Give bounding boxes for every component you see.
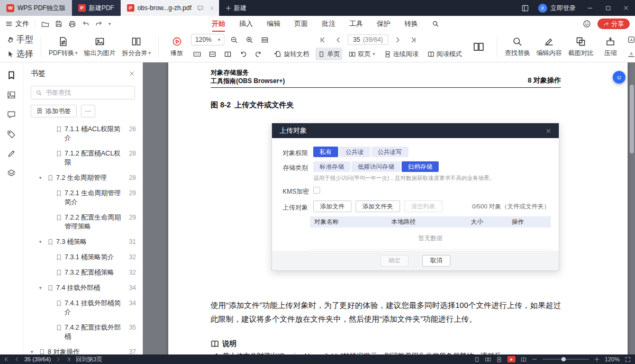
single-page-button[interactable]: 单页: [315, 48, 342, 60]
fullscreen-icon[interactable]: [625, 357, 631, 362]
find-replace-button[interactable]: 查找替换: [502, 33, 533, 61]
bookmark-item[interactable]: 7.3.1 桶策略简介32: [23, 250, 142, 265]
first-page-button[interactable]: [317, 34, 329, 46]
rotate-left-button[interactable]: [237, 48, 249, 60]
edit-content-button[interactable]: 编辑内容: [534, 33, 565, 61]
share-button[interactable]: 分享: [597, 19, 630, 29]
reader-layout-button[interactable]: [466, 33, 492, 61]
file-menu-button[interactable]: 文件: [5, 19, 29, 29]
collapse-caret-icon[interactable]: ▾: [31, 348, 37, 354]
print-icon[interactable]: [68, 20, 76, 28]
comments-panel-icon[interactable]: [7, 110, 16, 119]
floating-assistant-button[interactable]: [613, 71, 625, 84]
single-page-view-icon[interactable]: [474, 357, 480, 362]
status-page-number[interactable]: 35 (39/64): [24, 356, 51, 362]
open-folder-icon[interactable]: [41, 20, 49, 28]
chevron-down-icon[interactable]: ▾: [108, 22, 111, 26]
new-tab-button[interactable]: 新建: [219, 4, 253, 13]
actual-size-button[interactable]: 1:1: [191, 48, 203, 60]
ribbon-search-icon[interactable]: [432, 16, 439, 32]
presentation-play-button[interactable]: [507, 356, 515, 362]
next-page-button[interactable]: [56, 357, 61, 362]
collapse-caret-icon[interactable]: ▾: [39, 284, 45, 293]
tab-active-document[interactable]: P obs-brow...g-zh.pdf: [121, 0, 219, 16]
close-window-button[interactable]: [617, 0, 635, 16]
hand-tool-button[interactable]: 手型: [4, 33, 36, 46]
bookmark-item[interactable]: 7.2.1 生命周期管理简介29: [23, 186, 142, 210]
full-translate-button[interactable]: A 全文翻译: [625, 33, 635, 46]
double-page-button[interactable]: 双页 ▾: [346, 48, 378, 60]
save-icon[interactable]: [55, 20, 62, 28]
close-tab-icon[interactable]: [209, 5, 215, 11]
next-page-button[interactable]: [392, 34, 404, 46]
tab-wps-home[interactable]: W WPS PDF独立版: [0, 0, 72, 16]
close-panel-icon[interactable]: [129, 70, 135, 77]
signature-panel-icon[interactable]: [7, 149, 16, 158]
redo-icon[interactable]: [95, 20, 103, 28]
pdf-convert-button[interactable]: PDF转换▾: [46, 33, 80, 61]
tab-insert[interactable]: 插入: [239, 16, 253, 32]
add-bookmark-button[interactable]: 添加书签: [31, 105, 77, 117]
continuous-view-icon[interactable]: [496, 357, 502, 362]
bookmark-item[interactable]: ▾8 对象操作37: [23, 344, 142, 354]
tab-page[interactable]: 页面: [294, 16, 308, 32]
bookmark-item[interactable]: 7.4.2 配置挂载外部桶35: [23, 320, 142, 344]
fit-window-icon[interactable]: [259, 34, 270, 46]
play-button[interactable]: 播放: [164, 33, 190, 61]
bookmark-search-box[interactable]: [31, 86, 135, 99]
tab-convert[interactable]: 转换: [404, 16, 418, 32]
bookmark-item[interactable]: 7.1.1 桶ACL权限简介26: [23, 122, 142, 146]
page-number-value[interactable]: 35: [353, 36, 360, 43]
read-mode-view-icon[interactable]: [521, 357, 527, 362]
back-to-page-link[interactable]: 回到第3页: [76, 356, 102, 363]
word-translate-button[interactable]: A 划词翻译 ▾: [625, 48, 635, 60]
fit-page-button[interactable]: [222, 48, 233, 60]
compress-button[interactable]: 压缩: [597, 33, 624, 61]
collapse-caret-icon[interactable]: ▾: [39, 174, 45, 183]
bookmark-item[interactable]: 7.3.2 配置桶策略32: [23, 265, 142, 280]
tab-annotate[interactable]: 批注: [322, 16, 335, 32]
bookmark-item[interactable]: ▾7.4 挂载外部桶34: [23, 280, 142, 296]
attachments-panel-icon[interactable]: [7, 130, 16, 139]
bookmark-item[interactable]: 7.2.2 配置生命周期管理策略29: [23, 210, 142, 234]
workspace-icon[interactable]: [517, 0, 533, 16]
zoom-out-button[interactable]: [228, 34, 240, 46]
prev-page-button[interactable]: [14, 357, 20, 362]
first-page-button[interactable]: [4, 357, 10, 362]
zoom-in-button[interactable]: [594, 357, 600, 362]
read-mode-button[interactable]: 阅读模式: [425, 48, 465, 60]
split-merge-button[interactable]: 拆分合并▾: [120, 33, 154, 61]
zoom-select[interactable]: 120% ▾: [191, 34, 224, 46]
tab-new-pdf[interactable]: P 新建PDF: [72, 0, 121, 16]
maximize-button[interactable]: [599, 0, 617, 16]
vertical-scrollbar[interactable]: [630, 85, 634, 153]
rotate-right-button[interactable]: [252, 48, 264, 60]
bookmark-item[interactable]: ▾7.2 生命周期管理28: [23, 170, 142, 186]
last-page-button[interactable]: [66, 357, 71, 362]
zoom-slider-knob[interactable]: [561, 357, 566, 361]
tab-edit[interactable]: 编辑: [267, 16, 280, 32]
screenshot-compare-button[interactable]: 截图对比: [566, 33, 596, 61]
more-options-icon[interactable]: ⋯: [81, 105, 95, 117]
last-page-button[interactable]: [407, 34, 419, 46]
bookmark-search-input[interactable]: [46, 89, 130, 96]
bookmark-item[interactable]: 7.1.2 配置桶ACL权限28: [23, 146, 142, 170]
prev-page-button[interactable]: [332, 34, 344, 46]
zoom-slider[interactable]: [542, 359, 589, 360]
page-number-box[interactable]: 35 (39/64): [348, 34, 388, 45]
bookmarks-panel-icon[interactable]: [7, 71, 16, 80]
assistant-icon[interactable]: [583, 20, 591, 28]
document-view[interactable]: 对象存储服务 工具指南(OBS Browser+) 8 对象操作 图 8-2 上…: [143, 62, 635, 354]
zoom-in-button[interactable]: [243, 34, 255, 46]
bookmark-item[interactable]: 7.4.1 挂载外部桶简介34: [23, 296, 142, 320]
undo-icon[interactable]: [82, 20, 89, 28]
minimize-button[interactable]: [581, 0, 599, 16]
tab-tools[interactable]: 工具: [349, 16, 363, 32]
continuous-read-button[interactable]: 连续阅读: [382, 48, 421, 60]
layers-panel-icon[interactable]: [7, 169, 16, 178]
status-zoom-value[interactable]: 120%: [605, 356, 620, 362]
zoom-out-button[interactable]: [532, 357, 537, 362]
thumbnails-panel-icon[interactable]: [7, 90, 16, 99]
export-image-button[interactable]: 输出为图片: [81, 33, 119, 61]
login-button[interactable]: 立即登录: [533, 4, 581, 13]
